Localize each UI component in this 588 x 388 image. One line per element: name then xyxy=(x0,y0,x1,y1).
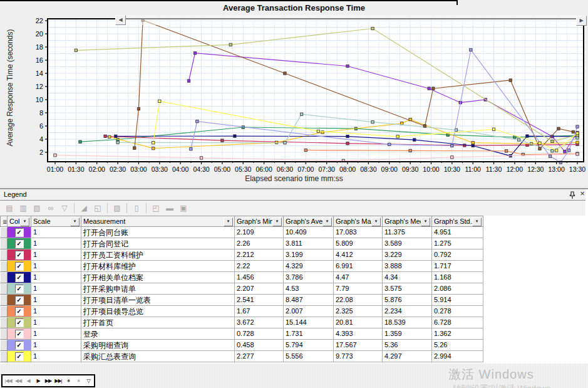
column-header-measurement[interactable]: Measurement▼ xyxy=(81,216,235,227)
filter-records-icon[interactable]: ▽ xyxy=(83,376,93,385)
column-dropdown-icon[interactable]: ▼ xyxy=(70,218,80,226)
measurement-checkbox[interactable]: ✓ xyxy=(15,228,24,237)
scale-cell[interactable]: 1 xyxy=(31,249,81,261)
next-page-icon[interactable]: ▶▶ xyxy=(43,376,53,385)
row-selector[interactable] xyxy=(0,272,8,283)
sort-ascending-icon[interactable]: ◢ xyxy=(78,202,90,214)
edit-scale-icon[interactable]: ▨ xyxy=(111,202,123,214)
scale-cell[interactable]: 1 xyxy=(31,295,81,306)
measurement-checkbox[interactable]: ✓ xyxy=(15,307,24,316)
configure-measurements-icon[interactable]: ▧ xyxy=(31,202,43,214)
row-selector[interactable] xyxy=(0,328,8,340)
next-record-icon[interactable]: ▶ xyxy=(33,376,43,385)
measurement-cell[interactable]: 打开采购申请单 xyxy=(81,283,235,295)
scale-cell[interactable]: 1 xyxy=(31,351,81,362)
measurement-checkbox[interactable]: ✓ xyxy=(15,352,24,361)
column-dropdown-icon[interactable]: ▼ xyxy=(272,218,282,226)
color-swatch[interactable]: ✓ xyxy=(8,295,31,306)
measurement-cell[interactable]: 打开项目清单一览表 xyxy=(81,295,235,306)
row-selector[interactable] xyxy=(0,340,8,351)
color-swatch[interactable]: ✓ xyxy=(8,328,31,340)
row-menu-icon[interactable]: ≣ xyxy=(3,219,8,225)
scale-cell[interactable]: 1 xyxy=(31,317,81,328)
column-header-avg[interactable]: Graph's Ave▼ xyxy=(284,216,334,227)
copy-values-icon[interactable]: ◰ xyxy=(150,202,162,214)
row-selector[interactable] xyxy=(0,283,8,295)
row-selector[interactable] xyxy=(0,317,8,328)
measurement-cell[interactable]: 打开相关单位档案 xyxy=(81,272,235,283)
scale-cell[interactable]: 1 xyxy=(31,328,81,340)
horizontal-scrollbar-track[interactable] xyxy=(125,15,576,25)
close-icon[interactable]: × xyxy=(579,189,586,198)
measurement-checkbox[interactable]: ✓ xyxy=(15,296,24,305)
columns-icon[interactable]: ▯ xyxy=(130,202,143,214)
column-header-med[interactable]: Graph's Med▼ xyxy=(383,216,432,227)
scale-cell[interactable]: 1 xyxy=(31,306,81,317)
first-record-icon[interactable]: |◀◀ xyxy=(3,376,13,385)
row-selector[interactable] xyxy=(0,295,8,306)
scroll-right-icon[interactable]: ▶ xyxy=(576,16,587,26)
refresh-record-icon[interactable]: ∗ xyxy=(73,376,83,385)
color-swatch[interactable]: ✓ xyxy=(8,238,31,249)
measurement-cell[interactable]: 打开员工资料维护 xyxy=(81,249,235,261)
measurement-checkbox[interactable]: ✓ xyxy=(15,341,24,350)
measurement-cell[interactable]: 采购汇总表查询 xyxy=(81,351,235,362)
scale-cell[interactable]: 1 xyxy=(31,227,81,238)
measurement-checkbox[interactable]: ✓ xyxy=(15,285,24,293)
response-time-plot[interactable]: 22201816141210864201:0001:3002:0002:3003… xyxy=(0,0,588,174)
row-selector[interactable] xyxy=(0,227,8,238)
color-swatch[interactable]: ✓ xyxy=(8,306,31,317)
last-record-icon[interactable]: ▶▶| xyxy=(53,376,63,385)
filter-measurements-icon[interactable]: ▽ xyxy=(58,202,71,214)
column-header-std[interactable]: Graph's Std.▼ xyxy=(432,216,483,227)
export-legend-icon[interactable]: ▣ xyxy=(177,202,190,214)
pin-icon[interactable] xyxy=(569,191,576,199)
save-template-icon[interactable]: ◱ xyxy=(91,202,104,214)
column-dropdown-icon[interactable]: ▼ xyxy=(20,218,29,226)
column-dropdown-icon[interactable]: ▼ xyxy=(472,218,482,226)
scale-cell[interactable]: 1 xyxy=(31,340,81,351)
column-dropdown-icon[interactable]: ▼ xyxy=(421,218,430,226)
measurement-cell[interactable]: 打开合同登记 xyxy=(81,238,235,249)
color-swatch[interactable]: ✓ xyxy=(8,261,31,272)
view-description-icon[interactable]: ∞ xyxy=(44,202,57,214)
color-swatch[interactable]: ✓ xyxy=(8,351,31,362)
measurement-checkbox[interactable]: ✓ xyxy=(15,273,24,282)
measurement-checkbox[interactable]: ✓ xyxy=(15,318,24,327)
measurement-cell[interactable]: 打开材料库维护 xyxy=(81,261,235,272)
scroll-left-icon[interactable]: ◀ xyxy=(115,15,126,25)
measurement-cell[interactable]: 采购明细查询 xyxy=(81,340,235,351)
row-selector[interactable] xyxy=(0,249,8,261)
column-header-scale[interactable]: Scale▼ xyxy=(31,216,81,227)
row-selector[interactable] xyxy=(0,351,8,362)
scale-cell[interactable]: 1 xyxy=(31,283,81,295)
color-swatch[interactable]: ✓ xyxy=(8,317,31,328)
row-selector[interactable] xyxy=(0,306,8,317)
measurement-cell[interactable]: 打开项目领导总览 xyxy=(81,306,235,317)
measurement-cell[interactable]: 打开首页 xyxy=(81,317,235,328)
column-header-min[interactable]: Graph's Mini▼ xyxy=(235,216,284,227)
prior-page-icon[interactable]: ◀◀ xyxy=(13,376,23,385)
hide-measurements-icon[interactable]: ▥ xyxy=(17,202,29,214)
color-swatch[interactable]: ✓ xyxy=(8,272,31,283)
column-header-max[interactable]: Graph's Max▼ xyxy=(334,216,383,227)
row-selector[interactable] xyxy=(0,238,8,249)
measurement-checkbox[interactable]: ✓ xyxy=(15,251,24,260)
insert-record-icon[interactable]: ∗ xyxy=(63,376,73,385)
scale-cell[interactable]: 1 xyxy=(31,272,81,283)
column-dropdown-icon[interactable]: ▼ xyxy=(224,218,233,226)
measurement-checkbox[interactable]: ✓ xyxy=(15,239,24,248)
measurement-checkbox[interactable]: ✓ xyxy=(15,262,24,271)
color-swatch[interactable]: ✓ xyxy=(8,227,31,238)
measurement-cell[interactable]: 登录 xyxy=(81,328,235,340)
column-header-col[interactable]: Col▼ xyxy=(8,216,31,227)
paste-values-icon[interactable]: ▬ xyxy=(163,202,176,214)
scale-cell[interactable]: 1 xyxy=(31,238,81,249)
column-dropdown-icon[interactable]: ▼ xyxy=(322,218,332,226)
scale-cell[interactable]: 1 xyxy=(31,261,81,272)
color-swatch[interactable]: ✓ xyxy=(8,340,31,351)
measurement-cell[interactable]: 打开合同台账 xyxy=(81,227,235,238)
column-dropdown-icon[interactable]: ▼ xyxy=(371,218,381,226)
color-swatch[interactable]: ✓ xyxy=(8,283,31,295)
row-selector[interactable] xyxy=(0,261,8,272)
